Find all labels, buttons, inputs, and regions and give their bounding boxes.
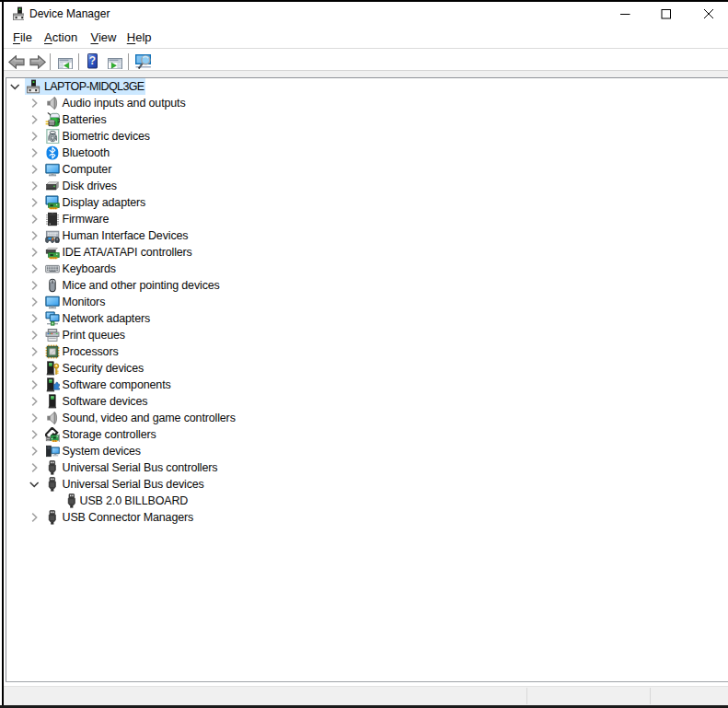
svg-text:?: ? (88, 54, 95, 67)
